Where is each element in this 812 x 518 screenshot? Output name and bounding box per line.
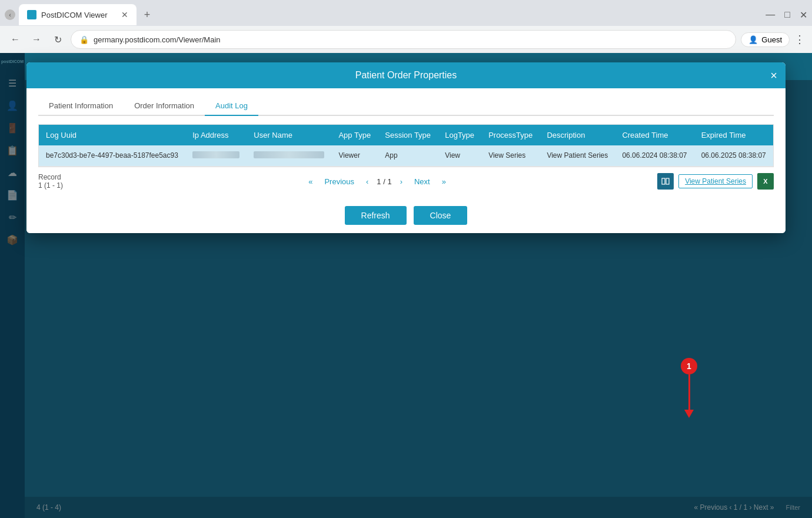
view-patient-series-button[interactable]: View Patient Series	[678, 174, 753, 188]
cell-user-name	[247, 145, 331, 167]
previous-page-button[interactable]: Previous	[321, 176, 358, 187]
annotation-arrow-head	[684, 410, 694, 418]
first-page-button[interactable]: «	[305, 176, 316, 187]
page-display: 1 / 1	[377, 177, 391, 186]
col-header-description: Description	[540, 125, 615, 145]
svg-rect-0	[662, 178, 665, 184]
minimize-button[interactable]: ―	[766, 9, 775, 21]
cell-app-type: Viewer	[331, 145, 378, 167]
lock-icon: 🔒	[79, 35, 89, 44]
next-page-button[interactable]: Next	[411, 176, 434, 187]
col-header-created-time: Created Time	[615, 125, 694, 145]
pagination-bar: Record 1 (1 - 1) « Previous ‹ 1 / 1 › Ne…	[38, 167, 774, 193]
tab-close-button[interactable]: ✕	[121, 10, 128, 19]
profile-button[interactable]: 👤 Guest	[741, 32, 790, 47]
record-label: Record	[38, 173, 97, 181]
more-options-button[interactable]: ⋮	[794, 33, 805, 46]
modal-overlay: Patient Order Properties × Patient Infor…	[0, 53, 812, 518]
svg-rect-1	[666, 178, 669, 184]
address-url: germany.postdicom.com/Viewer/Main	[94, 35, 221, 44]
close-window-button[interactable]: ✕	[800, 9, 807, 21]
reload-button[interactable]: ↻	[49, 31, 66, 48]
modal-title: Patient Order Properties	[355, 70, 457, 81]
cell-ip-address	[185, 145, 247, 167]
cell-created-time: 06.06.2024 08:38:07	[615, 145, 694, 167]
cell-session-type: App	[378, 145, 438, 167]
prev-chevron[interactable]: ‹	[362, 176, 372, 187]
cell-log-uuid: be7c30d3-be7e-4497-beaa-5187fee5ac93	[39, 145, 185, 167]
table-header-row: Log Uuid Ip Address User Name App Type S…	[39, 125, 773, 145]
close-button[interactable]: Close	[414, 206, 468, 225]
profile-label: Guest	[761, 35, 782, 44]
user-name-blurred	[254, 151, 324, 158]
audit-log-table: Log Uuid Ip Address User Name App Type S…	[39, 125, 773, 167]
modal-header: Patient Order Properties ×	[26, 62, 786, 88]
modal-close-button[interactable]: ×	[770, 69, 777, 81]
profile-icon: 👤	[748, 35, 758, 44]
page-controls: « Previous ‹ 1 / 1 › Next »	[97, 176, 657, 187]
cell-process-type: View Series	[481, 145, 540, 167]
back-button[interactable]: ←	[7, 31, 24, 48]
window-controls: ― □ ✕	[766, 9, 807, 21]
modal-body: Patient Information Order Information Au…	[26, 88, 786, 199]
record-range: 1 (1 - 1)	[38, 181, 97, 190]
record-info: Record 1 (1 - 1)	[38, 173, 97, 190]
address-bar[interactable]: 🔒 germany.postdicom.com/Viewer/Main	[71, 30, 736, 49]
col-header-session-type: Session Type	[378, 125, 438, 145]
export-excel-button[interactable]: X	[757, 173, 774, 190]
maximize-button[interactable]: □	[784, 9, 790, 21]
audit-log-table-container: Log Uuid Ip Address User Name App Type S…	[38, 124, 774, 167]
tab-title: PostDICOM Viewer	[41, 11, 107, 19]
action-buttons: View Patient Series X	[657, 173, 774, 190]
tab-back-nav[interactable]: ‹	[5, 9, 15, 20]
annotation-number: 1	[681, 358, 697, 374]
cell-log-type: View	[438, 145, 481, 167]
browser-favicon-nav: ‹	[5, 9, 15, 20]
next-chevron[interactable]: ›	[397, 176, 406, 187]
tab-list: Patient Information Order Information Au…	[38, 97, 774, 116]
browser-chrome: ‹ PostDICOM Viewer ✕ + ― □ ✕ ← → ↻ 🔒 ger…	[0, 0, 812, 53]
annotation-arrow-line	[688, 374, 690, 410]
last-page-button[interactable]: »	[438, 176, 450, 187]
col-header-user-name: User Name	[247, 125, 331, 145]
app-background: postDICOM ☰ 👤 🚪 📋 ☁ 📄 ✏ 📦 Patient Search…	[0, 53, 812, 518]
browser-titlebar: ‹ PostDICOM Viewer ✕ + ― □ ✕	[0, 0, 812, 26]
col-header-ip-address: Ip Address	[185, 125, 247, 145]
annotation-marker: 1	[681, 358, 697, 418]
table-row[interactable]: be7c30d3-be7e-4497-beaa-5187fee5ac93 Vie…	[39, 145, 773, 167]
modal-dialog: Patient Order Properties × Patient Infor…	[26, 62, 786, 233]
cell-description: View Patient Series	[540, 145, 615, 167]
forward-button[interactable]: →	[28, 31, 45, 48]
browser-toolbar: ← → ↻ 🔒 germany.postdicom.com/Viewer/Mai…	[0, 26, 812, 53]
col-header-log-uuid: Log Uuid	[39, 125, 185, 145]
col-header-expired-time: Expired Time	[694, 125, 773, 145]
refresh-button[interactable]: Refresh	[345, 206, 407, 225]
browser-tab[interactable]: PostDICOM Viewer ✕	[19, 4, 137, 25]
tab-order-information[interactable]: Order Information	[124, 97, 205, 116]
tab-audit-log[interactable]: Audit Log	[205, 97, 258, 116]
col-header-process-type: ProcessType	[481, 125, 540, 145]
cell-expired-time: 06.06.2025 08:38:07	[694, 145, 773, 167]
tab-patient-information[interactable]: Patient Information	[38, 97, 124, 116]
col-header-app-type: App Type	[331, 125, 378, 145]
tab-bar: PostDICOM Viewer ✕ +	[19, 4, 155, 25]
ip-address-blurred	[192, 151, 239, 158]
columns-icon-button[interactable]	[657, 173, 674, 190]
tab-favicon-icon	[27, 10, 36, 19]
new-tab-button[interactable]: +	[139, 6, 155, 23]
modal-footer: Refresh Close	[26, 199, 786, 233]
col-header-log-type: LogType	[438, 125, 481, 145]
